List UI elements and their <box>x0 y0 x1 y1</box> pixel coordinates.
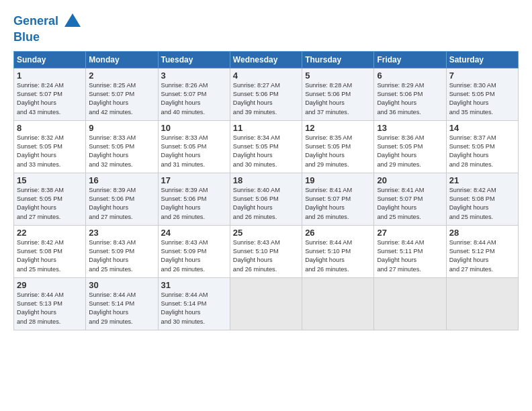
day-number: 29 <box>17 280 83 290</box>
calendar-cell: 27Sunrise: 8:44 AMSunset: 5:11 PMDayligh… <box>374 225 446 277</box>
day-number: 19 <box>305 175 371 185</box>
day-number: 22 <box>17 228 83 238</box>
logo-icon <box>63 12 82 31</box>
calendar-week-row: 1Sunrise: 8:24 AMSunset: 5:07 PMDaylight… <box>14 68 519 120</box>
day-number: 14 <box>449 123 515 133</box>
calendar-cell <box>230 277 302 330</box>
weekday-header: Monday <box>86 51 158 68</box>
cell-content: Sunrise: 8:44 AMSunset: 5:14 PMDaylight … <box>89 291 154 326</box>
day-number: 12 <box>305 123 371 133</box>
calendar-cell <box>446 277 518 330</box>
cell-content: Sunrise: 8:38 AMSunset: 5:05 PMDaylight … <box>17 186 83 222</box>
calendar-week-row: 22Sunrise: 8:42 AMSunset: 5:08 PMDayligh… <box>14 225 519 277</box>
cell-content: Sunrise: 8:27 AMSunset: 5:06 PMDaylight … <box>233 81 299 117</box>
cell-content: Sunrise: 8:44 AMSunset: 5:14 PMDaylight … <box>161 291 227 326</box>
cell-content: Sunrise: 8:41 AMSunset: 5:07 PMDaylight … <box>305 186 371 222</box>
calendar-week-row: 15Sunrise: 8:38 AMSunset: 5:05 PMDayligh… <box>14 173 519 225</box>
day-number: 26 <box>305 228 371 238</box>
weekday-header: Thursday <box>302 51 374 68</box>
calendar-cell: 21Sunrise: 8:42 AMSunset: 5:08 PMDayligh… <box>446 173 518 225</box>
calendar-cell: 16Sunrise: 8:39 AMSunset: 5:06 PMDayligh… <box>86 173 158 225</box>
day-number: 24 <box>161 228 227 238</box>
calendar-cell: 25Sunrise: 8:43 AMSunset: 5:10 PMDayligh… <box>230 225 302 277</box>
cell-content: Sunrise: 8:28 AMSunset: 5:06 PMDaylight … <box>305 81 371 117</box>
weekday-header: Wednesday <box>230 51 302 68</box>
cell-content: Sunrise: 8:44 AMSunset: 5:11 PMDaylight … <box>377 238 443 274</box>
calendar-page: General Blue SundayMondayTuesdayWednesda… <box>0 0 532 411</box>
day-number: 27 <box>377 228 443 238</box>
day-number: 15 <box>17 175 83 185</box>
cell-content: Sunrise: 8:36 AMSunset: 5:05 PMDaylight … <box>377 134 443 169</box>
day-number: 6 <box>377 71 443 81</box>
calendar-cell: 22Sunrise: 8:42 AMSunset: 5:08 PMDayligh… <box>14 225 86 277</box>
weekday-header: Tuesday <box>158 51 230 68</box>
calendar-table: SundayMondayTuesdayWednesdayThursdayFrid… <box>13 51 519 330</box>
calendar-cell: 1Sunrise: 8:24 AMSunset: 5:07 PMDaylight… <box>14 68 86 120</box>
logo-blue: Blue <box>13 31 82 44</box>
calendar-cell: 7Sunrise: 8:30 AMSunset: 5:05 PMDaylight… <box>446 68 518 120</box>
cell-content: Sunrise: 8:44 AMSunset: 5:12 PMDaylight … <box>449 238 515 274</box>
calendar-cell: 29Sunrise: 8:44 AMSunset: 5:13 PMDayligh… <box>14 277 86 330</box>
day-number: 9 <box>89 123 154 133</box>
day-number: 21 <box>449 175 515 185</box>
calendar-cell <box>302 277 374 330</box>
cell-content: Sunrise: 8:39 AMSunset: 5:06 PMDaylight … <box>89 186 154 222</box>
cell-content: Sunrise: 8:41 AMSunset: 5:07 PMDaylight … <box>377 186 443 222</box>
cell-content: Sunrise: 8:33 AMSunset: 5:05 PMDaylight … <box>89 134 154 169</box>
cell-content: Sunrise: 8:29 AMSunset: 5:06 PMDaylight … <box>377 81 443 117</box>
calendar-cell: 3Sunrise: 8:26 AMSunset: 5:07 PMDaylight… <box>158 68 230 120</box>
cell-content: Sunrise: 8:42 AMSunset: 5:08 PMDaylight … <box>17 238 83 274</box>
day-number: 28 <box>449 228 515 238</box>
calendar-header-row: SundayMondayTuesdayWednesdayThursdayFrid… <box>14 51 519 68</box>
svg-marker-0 <box>64 13 81 27</box>
calendar-cell: 28Sunrise: 8:44 AMSunset: 5:12 PMDayligh… <box>446 225 518 277</box>
day-number: 17 <box>161 175 227 185</box>
day-number: 1 <box>17 71 83 81</box>
calendar-cell: 2Sunrise: 8:25 AMSunset: 5:07 PMDaylight… <box>86 68 158 120</box>
cell-content: Sunrise: 8:26 AMSunset: 5:07 PMDaylight … <box>161 81 227 117</box>
calendar-cell: 4Sunrise: 8:27 AMSunset: 5:06 PMDaylight… <box>230 68 302 120</box>
cell-content: Sunrise: 8:33 AMSunset: 5:05 PMDaylight … <box>161 134 227 169</box>
day-number: 11 <box>233 123 299 133</box>
day-number: 16 <box>89 175 154 185</box>
logo: General Blue <box>13 12 82 44</box>
weekday-header: Friday <box>374 51 446 68</box>
cell-content: Sunrise: 8:40 AMSunset: 5:06 PMDaylight … <box>233 186 299 222</box>
calendar-cell: 26Sunrise: 8:44 AMSunset: 5:10 PMDayligh… <box>302 225 374 277</box>
cell-content: Sunrise: 8:37 AMSunset: 5:05 PMDaylight … <box>449 134 515 169</box>
calendar-cell: 23Sunrise: 8:43 AMSunset: 5:09 PMDayligh… <box>86 225 158 277</box>
calendar-body: 1Sunrise: 8:24 AMSunset: 5:07 PMDaylight… <box>14 68 519 330</box>
day-number: 8 <box>17 123 83 133</box>
day-number: 25 <box>233 228 299 238</box>
calendar-cell: 17Sunrise: 8:39 AMSunset: 5:06 PMDayligh… <box>158 173 230 225</box>
cell-content: Sunrise: 8:44 AMSunset: 5:10 PMDaylight … <box>305 238 371 274</box>
cell-content: Sunrise: 8:39 AMSunset: 5:06 PMDaylight … <box>161 186 227 222</box>
header: General Blue <box>13 12 519 44</box>
cell-content: Sunrise: 8:32 AMSunset: 5:05 PMDaylight … <box>17 134 83 169</box>
calendar-cell: 9Sunrise: 8:33 AMSunset: 5:05 PMDaylight… <box>86 120 158 173</box>
cell-content: Sunrise: 8:44 AMSunset: 5:13 PMDaylight … <box>17 291 83 326</box>
calendar-cell: 8Sunrise: 8:32 AMSunset: 5:05 PMDaylight… <box>14 120 86 173</box>
calendar-cell: 13Sunrise: 8:36 AMSunset: 5:05 PMDayligh… <box>374 120 446 173</box>
cell-content: Sunrise: 8:43 AMSunset: 5:10 PMDaylight … <box>233 238 299 274</box>
day-number: 23 <box>89 228 154 238</box>
cell-content: Sunrise: 8:34 AMSunset: 5:05 PMDaylight … <box>233 134 299 169</box>
cell-content: Sunrise: 8:24 AMSunset: 5:07 PMDaylight … <box>17 81 83 117</box>
day-number: 3 <box>161 71 227 81</box>
calendar-week-row: 8Sunrise: 8:32 AMSunset: 5:05 PMDaylight… <box>14 120 519 173</box>
cell-content: Sunrise: 8:43 AMSunset: 5:09 PMDaylight … <box>89 238 154 274</box>
calendar-cell: 18Sunrise: 8:40 AMSunset: 5:06 PMDayligh… <box>230 173 302 225</box>
calendar-cell: 6Sunrise: 8:29 AMSunset: 5:06 PMDaylight… <box>374 68 446 120</box>
weekday-header: Saturday <box>446 51 518 68</box>
calendar-cell: 11Sunrise: 8:34 AMSunset: 5:05 PMDayligh… <box>230 120 302 173</box>
day-number: 10 <box>161 123 227 133</box>
day-number: 13 <box>377 123 443 133</box>
day-number: 18 <box>233 175 299 185</box>
day-number: 30 <box>89 280 154 290</box>
calendar-cell <box>374 277 446 330</box>
calendar-cell: 19Sunrise: 8:41 AMSunset: 5:07 PMDayligh… <box>302 173 374 225</box>
weekday-header: Sunday <box>14 51 86 68</box>
day-number: 20 <box>377 175 443 185</box>
cell-content: Sunrise: 8:25 AMSunset: 5:07 PMDaylight … <box>89 81 154 117</box>
calendar-cell: 20Sunrise: 8:41 AMSunset: 5:07 PMDayligh… <box>374 173 446 225</box>
